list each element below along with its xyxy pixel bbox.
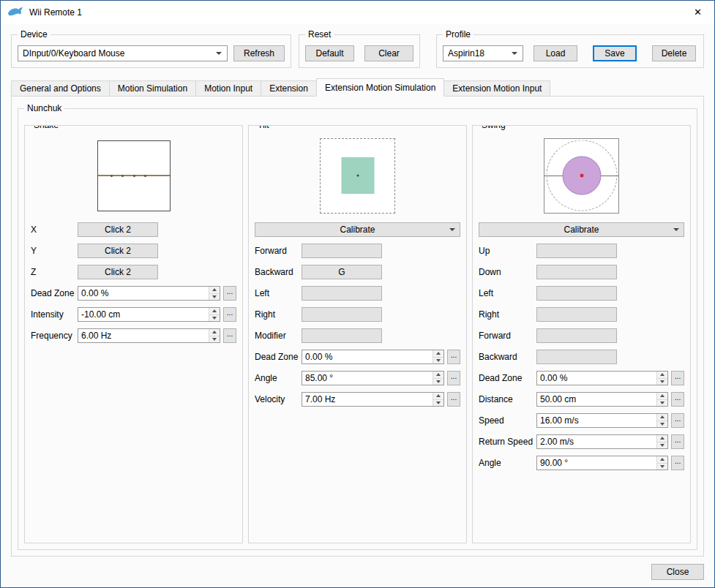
- swing-distance-more-button[interactable]: ...: [671, 392, 684, 407]
- spin-up-icon[interactable]: [656, 414, 667, 421]
- tilt-angle-input[interactable]: [302, 372, 433, 385]
- spin-up-icon[interactable]: [656, 435, 667, 442]
- swing-deadzone-label: Dead Zone: [479, 373, 536, 383]
- swing-backward-button[interactable]: [536, 350, 617, 364]
- swing-deadzone-input[interactable]: [537, 372, 656, 385]
- spin-down-icon[interactable]: [656, 463, 667, 470]
- tab-extension[interactable]: Extension: [261, 80, 317, 97]
- tilt-calibrate-button[interactable]: Calibrate: [255, 222, 460, 237]
- spin-up-icon[interactable]: [209, 308, 220, 314]
- tilt-velocity-more-button[interactable]: ...: [447, 392, 460, 407]
- spin-up-icon[interactable]: [433, 350, 443, 357]
- shake-intensity-more-button[interactable]: ...: [223, 307, 236, 322]
- spin-down-icon[interactable]: [433, 357, 443, 364]
- swing-return-speed-more-button[interactable]: ...: [671, 434, 684, 449]
- shake-z-button[interactable]: Click 2: [78, 265, 158, 279]
- shake-frequency-spinner[interactable]: [209, 329, 220, 342]
- swing-speed-input[interactable]: [537, 414, 656, 427]
- shake-intensity-input[interactable]: [78, 308, 209, 321]
- clear-button[interactable]: Clear: [364, 45, 413, 61]
- tilt-deadzone-more-button[interactable]: ...: [447, 350, 460, 364]
- top-row: Device DInput/0/Keyboard Mouse Refresh R…: [11, 34, 704, 68]
- default-button[interactable]: Default: [305, 45, 354, 61]
- tilt-left-button[interactable]: [302, 286, 382, 301]
- shake-deadzone-input[interactable]: [78, 287, 209, 300]
- profile-combo[interactable]: Aspirin18: [443, 45, 523, 61]
- profile-save-button[interactable]: Save: [593, 45, 637, 61]
- spin-down-icon[interactable]: [656, 421, 667, 428]
- swing-angle-spinbox: [536, 456, 668, 470]
- swing-distance-input[interactable]: [537, 393, 656, 406]
- shake-frequency-more-button[interactable]: ...: [223, 328, 236, 343]
- swing-up-button[interactable]: [536, 244, 617, 258]
- shake-frequency-input[interactable]: [78, 329, 209, 342]
- device-combo[interactable]: DInput/0/Keyboard Mouse: [18, 45, 228, 61]
- tilt-deadzone-spinner[interactable]: [433, 350, 443, 363]
- close-button[interactable]: Close: [651, 564, 704, 580]
- tab-motion-simulation[interactable]: Motion Simulation: [109, 80, 196, 97]
- spin-down-icon[interactable]: [209, 293, 220, 301]
- tilt-angle-label: Angle: [255, 373, 302, 383]
- shake-group: Shake X Click 2: [24, 125, 243, 543]
- swing-forward-button[interactable]: [536, 328, 617, 343]
- swing-deadzone-spinner[interactable]: [656, 372, 667, 385]
- swing-deadzone-more-button[interactable]: ...: [671, 371, 684, 385]
- swing-right-label: Right: [479, 309, 536, 320]
- tilt-angle-spinbox: [302, 371, 444, 385]
- tilt-modifier-button[interactable]: [302, 328, 382, 343]
- swing-return-speed-spinner[interactable]: [656, 435, 667, 448]
- tilt-angle-spinner[interactable]: [433, 372, 443, 385]
- swing-speed-spinner[interactable]: [656, 414, 667, 427]
- tilt-deadzone-input[interactable]: [302, 350, 433, 363]
- tilt-velocity-input[interactable]: [302, 393, 433, 406]
- shake-intensity-spinner[interactable]: [209, 308, 220, 321]
- tilt-angle-more-button[interactable]: ...: [447, 371, 460, 385]
- spin-up-icon[interactable]: [209, 329, 220, 336]
- tab-extension-motion-simulation[interactable]: Extension Motion Simulation: [316, 78, 444, 97]
- spin-down-icon[interactable]: [209, 336, 220, 343]
- refresh-button[interactable]: Refresh: [233, 45, 285, 61]
- swing-return-speed-input[interactable]: [537, 435, 656, 448]
- window-close-button[interactable]: ✕: [681, 1, 714, 23]
- shake-x-button[interactable]: Click 2: [78, 222, 158, 237]
- spin-up-icon[interactable]: [656, 393, 667, 399]
- swing-left-button[interactable]: [536, 286, 617, 301]
- tab-extension-motion-input[interactable]: Extension Motion Input: [443, 80, 550, 97]
- spin-down-icon[interactable]: [656, 378, 667, 385]
- shake-deadzone-spinner[interactable]: [209, 287, 220, 300]
- spin-down-icon[interactable]: [433, 399, 443, 407]
- shake-x-row: X Click 2: [31, 222, 236, 237]
- spin-down-icon[interactable]: [656, 442, 667, 449]
- window-title: Wii Remote 1: [29, 7, 82, 18]
- spin-up-icon[interactable]: [433, 372, 443, 378]
- swing-down-button[interactable]: [536, 265, 617, 279]
- swing-right-button[interactable]: [536, 307, 617, 322]
- spin-down-icon[interactable]: [656, 399, 667, 407]
- spin-down-icon[interactable]: [209, 314, 220, 322]
- swing-speed-row: Speed ...: [479, 413, 684, 428]
- spin-up-icon[interactable]: [656, 456, 667, 463]
- swing-angle-spinner[interactable]: [656, 456, 667, 470]
- tilt-velocity-spinner[interactable]: [433, 393, 443, 406]
- tilt-right-button[interactable]: [302, 307, 382, 322]
- tilt-backward-button[interactable]: G: [302, 265, 382, 279]
- swing-distance-spinner[interactable]: [656, 393, 667, 406]
- tab-motion-input[interactable]: Motion Input: [195, 80, 261, 97]
- profile-load-button[interactable]: Load: [534, 45, 577, 61]
- dialog-body: Device DInput/0/Keyboard Mouse Refresh R…: [1, 23, 714, 587]
- spin-up-icon[interactable]: [656, 372, 667, 378]
- tilt-state-dot: [356, 175, 359, 177]
- swing-angle-input[interactable]: [537, 456, 656, 470]
- swing-angle-more-button[interactable]: ...: [671, 456, 684, 470]
- tilt-forward-button[interactable]: [302, 244, 382, 258]
- spin-down-icon[interactable]: [433, 378, 443, 385]
- swing-distance-label: Distance: [479, 394, 536, 404]
- swing-speed-more-button[interactable]: ...: [671, 413, 684, 428]
- spin-up-icon[interactable]: [433, 393, 443, 399]
- shake-y-button[interactable]: Click 2: [78, 244, 158, 258]
- shake-deadzone-more-button[interactable]: ...: [223, 286, 236, 301]
- tab-general-and-options[interactable]: General and Options: [11, 80, 110, 97]
- profile-delete-button[interactable]: Delete: [652, 45, 696, 61]
- spin-up-icon[interactable]: [209, 287, 220, 293]
- swing-calibrate-button[interactable]: Calibrate: [479, 222, 684, 237]
